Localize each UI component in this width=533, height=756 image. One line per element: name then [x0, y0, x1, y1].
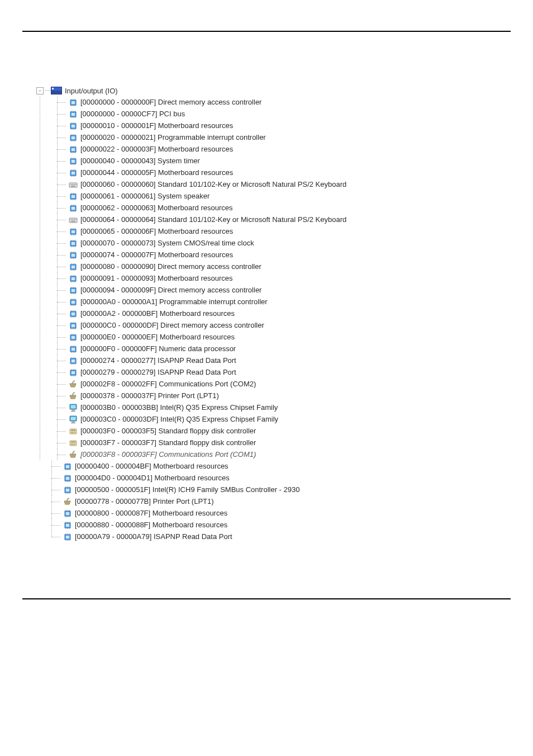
tree-item-label: [00000074 - 0000007F] Motherboard resour… — [80, 251, 233, 259]
tree-item[interactable]: [000000A2 - 000000BF] Motherboard resour… — [36, 308, 511, 319]
tree-item[interactable]: [000003C0 - 000003DF] Intel(R) Q35 Expre… — [36, 413, 511, 425]
tree-item-label: [000000A0 - 000000A1] Programmable inter… — [80, 297, 268, 306]
tree-item[interactable]: [00000A79 - 00000A79] ISAPNP Read Data P… — [36, 531, 511, 542]
port-icon — [63, 497, 72, 506]
chip-icon — [69, 227, 78, 236]
tree-item[interactable]: [00000274 - 00000277] ISAPNP Read Data P… — [36, 355, 511, 366]
chip-icon — [69, 239, 78, 248]
device-resource-tree: − Input/output (IO) [00000000 - 0000000F… — [36, 85, 511, 542]
keyboard-icon — [69, 180, 78, 189]
chip-icon — [69, 133, 78, 142]
tree-item-label: [00000880 - 0000088F] Motherboard resour… — [75, 521, 227, 529]
tree-item[interactable]: [000000F0 - 000000FF] Numeric data proce… — [36, 343, 511, 355]
tree-item[interactable]: [00000000 - 0000000F] Direct memory acce… — [36, 96, 511, 108]
tree-item[interactable]: [00000279 - 00000279] ISAPNP Read Data P… — [36, 366, 511, 378]
tree-item[interactable]: [00000020 - 00000021] Programmable inter… — [36, 131, 511, 143]
tree-item-label: [00000065 - 0000006F] Motherboard resour… — [80, 227, 233, 235]
chip-icon — [69, 344, 78, 353]
floppy-icon — [69, 427, 78, 436]
tree-item[interactable]: [000003F7 - 000003F7] Standard floppy di… — [36, 437, 511, 448]
tree-item-label: [00000274 - 00000277] ISAPNP Read Data P… — [80, 356, 236, 365]
tree-item-label: [000003B0 - 000003BB] Intel(R) Q35 Expre… — [80, 403, 278, 412]
tree-root-io[interactable]: − Input/output (IO) — [36, 85, 511, 96]
port-icon — [69, 391, 78, 400]
tree-item[interactable]: [00000091 - 00000093] Motherboard resour… — [36, 272, 511, 284]
tree-item-label: [000000A2 - 000000BF] Motherboard resour… — [80, 309, 235, 318]
tree-item[interactable]: [00000044 - 0000005F] Motherboard resour… — [36, 167, 511, 178]
tree-item-label: [00000040 - 00000043] System timer — [80, 157, 200, 165]
chip-icon — [69, 121, 78, 130]
tree-item-label: [00000400 - 000004BF] Motherboard resour… — [75, 462, 229, 470]
chip-icon — [69, 297, 78, 306]
chip-icon — [63, 521, 72, 530]
tree-item-label: [00000062 - 00000063] Motherboard resour… — [80, 204, 232, 212]
tree-item[interactable]: [00000040 - 00000043] System timer — [36, 155, 511, 167]
tree-item[interactable]: [000003F8 - 000003FF] Communications Por… — [36, 448, 511, 460]
collapse-icon[interactable]: − — [36, 87, 44, 94]
tree-item-label: [00000094 - 0000009F] Direct memory acce… — [80, 286, 261, 294]
tree-item[interactable]: [00000070 - 00000073] System CMOS/real t… — [36, 237, 511, 249]
tree-item[interactable]: [00000022 - 0000003F] Motherboard resour… — [36, 143, 511, 155]
tree-item-label: [00000778 - 0000077B] Printer Port (LPT1… — [75, 497, 214, 505]
tree-item-label: [000000F0 - 000000FF] Numeric data proce… — [80, 344, 236, 353]
tree-item-label: [000003F0 - 000003F5] Standard floppy di… — [80, 427, 256, 435]
tree-item-label: [00000020 - 00000021] Programmable inter… — [80, 133, 266, 141]
chip-icon — [69, 356, 78, 365]
tree-item-label: [00000000 - 0000000F] Direct memory acce… — [80, 98, 261, 106]
tree-item-label: [000003F8 - 000003FF] Communications Por… — [80, 450, 256, 459]
chip-icon — [69, 333, 78, 342]
tree-item[interactable]: [00000061 - 00000061] System speaker — [36, 190, 511, 202]
tree-item-label: [00000044 - 0000005F] Motherboard resour… — [80, 168, 233, 177]
chip-icon — [69, 262, 78, 271]
tree-item-label: [000002F8 - 000002FF] Communications Por… — [80, 380, 256, 388]
tree-item-label: [00000064 - 00000064] Standard 101/102-K… — [80, 215, 346, 224]
port-icon — [69, 380, 78, 389]
floppy-icon — [69, 438, 78, 447]
tree-item[interactable]: [000003F0 - 000003F5] Standard floppy di… — [36, 425, 511, 437]
tree-item-label: [000004D0 - 000004D1] Motherboard resour… — [75, 474, 230, 482]
chip-icon — [69, 321, 78, 330]
tree-item[interactable]: [00000060 - 00000060] Standard 101/102-K… — [36, 178, 511, 190]
chip-icon — [69, 274, 78, 283]
tree-item[interactable]: [00000500 - 0000051F] Intel(R) ICH9 Fami… — [36, 484, 511, 495]
tree-item[interactable]: [00000778 - 0000077B] Printer Port (LPT1… — [36, 495, 511, 507]
chip-icon — [69, 145, 78, 154]
tree-item[interactable]: [00000400 - 000004BF] Motherboard resour… — [36, 460, 511, 472]
tree-item-label: [00000800 - 0000087F] Motherboard resour… — [75, 509, 227, 517]
tree-item[interactable]: [00000800 - 0000087F] Motherboard resour… — [36, 507, 511, 519]
tree-item[interactable]: [00000880 - 0000088F] Motherboard resour… — [36, 519, 511, 531]
chip-icon — [69, 368, 78, 377]
tree-item[interactable]: [00000000 - 00000CF7] PCI bus — [36, 108, 511, 120]
tree-item-label: [000003C0 - 000003DF] Intel(R) Q35 Expre… — [80, 415, 278, 423]
tree-item[interactable]: [00000080 - 00000090] Direct memory acce… — [36, 261, 511, 272]
chip-icon — [69, 168, 78, 177]
chip-icon — [69, 204, 78, 212]
tree-item[interactable]: [000000A0 - 000000A1] Programmable inter… — [36, 296, 511, 308]
tree-item[interactable]: [000003B0 - 000003BB] Intel(R) Q35 Expre… — [36, 401, 511, 413]
tree-item[interactable]: [00000064 - 00000064] Standard 101/102-K… — [36, 214, 511, 225]
tree-item[interactable]: [00000010 - 0000001F] Motherboard resour… — [36, 120, 511, 131]
tree-item[interactable]: [00000094 - 0000009F] Direct memory acce… — [36, 284, 511, 296]
tree-item-label: [00000500 - 0000051F] Intel(R) ICH9 Fami… — [75, 485, 299, 494]
tree-item-label: [00000378 - 0000037F] Printer Port (LPT1… — [80, 391, 219, 400]
tree-item[interactable]: [000000C0 - 000000DF] Direct memory acce… — [36, 319, 511, 331]
tree-item[interactable]: [00000074 - 0000007F] Motherboard resour… — [36, 249, 511, 261]
tree-item-label: [00000022 - 0000003F] Motherboard resour… — [80, 145, 233, 153]
chip-icon — [63, 485, 72, 494]
tree-item-label: [00000000 - 00000CF7] PCI bus — [80, 110, 185, 118]
tree-item-label: [00000010 - 0000001F] Motherboard resour… — [80, 121, 233, 130]
tree-item[interactable]: [000002F8 - 000002FF] Communications Por… — [36, 378, 511, 390]
tree-item[interactable]: [00000062 - 00000063] Motherboard resour… — [36, 202, 511, 214]
chip-icon — [69, 309, 78, 318]
tree-item[interactable]: [00000378 - 0000037F] Printer Port (LPT1… — [36, 390, 511, 401]
display-icon — [69, 415, 78, 424]
chip-icon — [63, 532, 72, 541]
chip-icon — [69, 157, 78, 166]
keyboard-icon — [69, 215, 78, 224]
tree-item[interactable]: [000004D0 - 000004D1] Motherboard resour… — [36, 472, 511, 484]
tree-item-label: [000000C0 - 000000DF] Direct memory acce… — [80, 321, 264, 329]
tree-item[interactable]: [000000E0 - 000000EF] Motherboard resour… — [36, 331, 511, 343]
tree-root-label: Input/output (IO) — [65, 87, 118, 95]
tree-item-label: [00000A79 - 00000A79] ISAPNP Read Data P… — [75, 532, 232, 541]
tree-item[interactable]: [00000065 - 0000006F] Motherboard resour… — [36, 225, 511, 237]
